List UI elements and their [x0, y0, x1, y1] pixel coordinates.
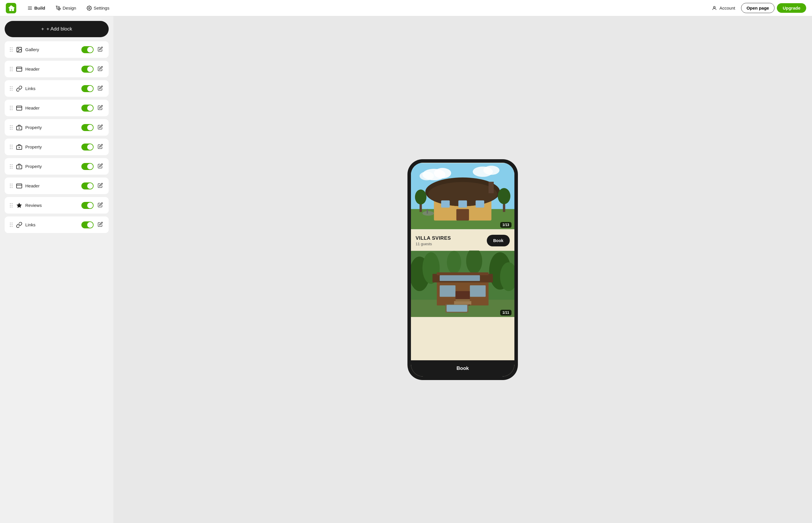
drag-handle[interactable]	[9, 183, 13, 188]
svg-rect-35	[489, 182, 494, 194]
toggle-property-2[interactable]	[82, 144, 94, 150]
drag-handle[interactable]	[9, 222, 13, 228]
svg-point-40	[422, 211, 434, 216]
svg-rect-39	[456, 209, 469, 221]
edit-links-1-button[interactable]	[96, 84, 104, 93]
block-row-header-2: Header	[5, 100, 109, 116]
card-1-book-button[interactable]: Book	[487, 235, 510, 247]
edit-header-1-button[interactable]	[96, 65, 104, 73]
links-icon	[16, 222, 22, 228]
edit-links-2-button[interactable]	[96, 220, 104, 229]
svg-rect-62	[447, 305, 467, 312]
settings-nav-button[interactable]: Settings	[83, 4, 113, 13]
block-row-links-1: Links	[5, 80, 109, 97]
svg-rect-38	[476, 200, 485, 208]
header-icon	[16, 66, 22, 72]
svg-point-51	[447, 251, 461, 274]
card-1-counter: 1/13	[500, 222, 511, 228]
build-label: Build	[34, 5, 45, 11]
toggle-gallery[interactable]	[82, 46, 94, 53]
toggle-reviews[interactable]	[82, 202, 94, 209]
block-row-property-2: Property	[5, 139, 109, 155]
block-label-reviews: Reviews	[25, 203, 78, 208]
edit-icon	[98, 163, 103, 168]
phone-mockup: 1/13 VILLA SVIRES 11 guests Book	[408, 159, 518, 380]
svg-point-8	[18, 48, 19, 49]
svg-rect-59	[470, 285, 486, 297]
drag-handle[interactable]	[9, 86, 13, 91]
svg-point-43	[498, 188, 511, 204]
edit-icon	[98, 47, 103, 52]
edit-header-3-button[interactable]	[96, 182, 104, 190]
edit-gallery-button[interactable]	[96, 45, 104, 54]
add-block-button[interactable]: + + Add block	[5, 21, 109, 37]
svg-rect-9	[17, 67, 22, 71]
right-preview-panel: 1/13 VILLA SVIRES 11 guests Book	[113, 16, 812, 523]
phone-screen: 1/13 VILLA SVIRES 11 guests Book	[411, 163, 515, 377]
svg-point-27	[434, 168, 451, 178]
card-1-image-wrap: 1/13	[411, 163, 515, 231]
gallery-icon	[16, 47, 22, 53]
upgrade-button[interactable]: Upgrade	[777, 3, 806, 13]
toggle-header-1[interactable]	[82, 66, 94, 73]
svg-rect-11	[17, 106, 22, 110]
block-label-header-1: Header	[25, 67, 78, 71]
svg-rect-63	[454, 301, 471, 305]
card-2-counter: 1/11	[500, 310, 511, 315]
edit-icon	[98, 183, 103, 188]
block-label-links-2: Links	[25, 222, 78, 227]
edit-icon	[98, 86, 103, 91]
top-navigation: Build Design Settings Account Open page …	[0, 0, 812, 16]
svg-rect-57	[440, 275, 480, 281]
toggle-header-2[interactable]	[82, 105, 94, 112]
toggle-property-3[interactable]	[82, 163, 94, 170]
drag-handle[interactable]	[9, 66, 13, 72]
account-label: Account	[719, 5, 735, 11]
logo[interactable]	[6, 3, 16, 13]
build-nav-button[interactable]: Build	[23, 4, 49, 13]
reviews-star-icon	[16, 202, 22, 209]
edit-header-2-button[interactable]	[96, 104, 104, 112]
edit-property-3-button[interactable]	[96, 162, 104, 170]
card-2-image	[411, 250, 515, 317]
add-block-plus-icon: +	[41, 26, 44, 32]
edit-icon	[98, 105, 103, 110]
edit-reviews-button[interactable]	[96, 201, 104, 210]
block-label-links-1: Links	[25, 86, 78, 91]
links-icon	[16, 86, 22, 92]
main-content: + + Add block Gallery	[0, 16, 812, 523]
svg-marker-24	[17, 202, 22, 208]
account-button[interactable]: Account	[708, 4, 738, 13]
toggle-header-3[interactable]	[82, 182, 94, 190]
design-nav-button[interactable]: Design	[52, 4, 80, 13]
design-label: Design	[63, 5, 76, 11]
block-label-gallery: Gallery	[25, 47, 78, 52]
toggle-property-1[interactable]	[82, 124, 94, 131]
drag-handle[interactable]	[9, 105, 13, 111]
toggle-links-2[interactable]	[82, 221, 94, 228]
block-row-reviews: Reviews	[5, 197, 109, 214]
svg-point-5	[89, 7, 90, 9]
svg-rect-41	[427, 209, 428, 214]
phone-book-button[interactable]: Book	[411, 360, 515, 377]
toggle-links-1[interactable]	[82, 85, 94, 92]
drag-handle[interactable]	[9, 47, 13, 52]
svg-rect-58	[440, 285, 455, 297]
block-row-property-3: Property	[5, 158, 109, 175]
svg-point-6	[714, 6, 715, 8]
drag-handle[interactable]	[9, 125, 13, 130]
phone-content: 1/13 VILLA SVIRES 11 guests Book	[411, 163, 515, 360]
edit-property-2-button[interactable]	[96, 143, 104, 151]
card-1-text: VILLA SVIRES 11 guests	[416, 235, 451, 246]
block-row-property-1: Property	[5, 119, 109, 136]
edit-property-1-button[interactable]	[96, 123, 104, 132]
edit-icon	[98, 144, 103, 149]
property-icon	[16, 124, 22, 131]
drag-handle[interactable]	[9, 144, 13, 150]
drag-handle[interactable]	[9, 164, 13, 169]
block-label-property-2: Property	[25, 144, 78, 149]
header-icon	[16, 105, 22, 111]
drag-handle[interactable]	[9, 202, 13, 208]
card-1-info: VILLA SVIRES 11 guests Book	[411, 231, 515, 250]
open-page-button[interactable]: Open page	[741, 3, 775, 13]
